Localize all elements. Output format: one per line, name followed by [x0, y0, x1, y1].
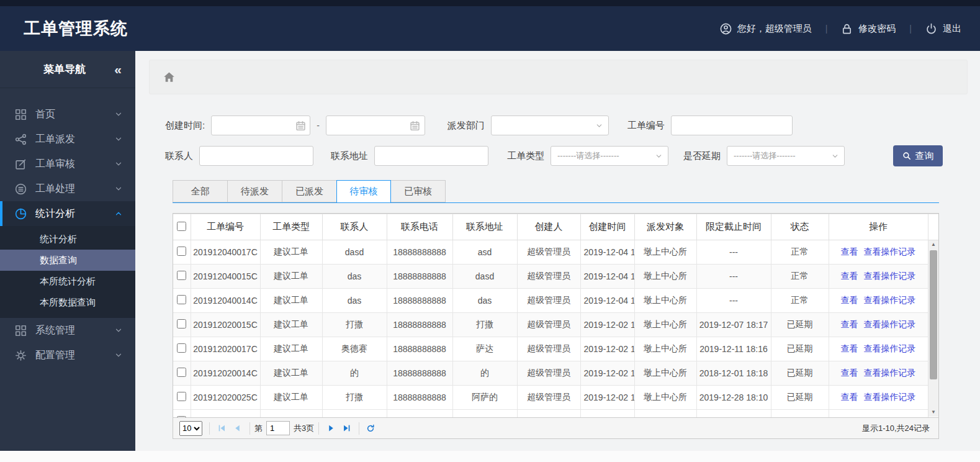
chevron-down-icon [831, 152, 839, 160]
share-icon [15, 134, 27, 145]
user-icon [720, 23, 732, 35]
view-log-link[interactable]: 查看操作记录 [864, 343, 916, 353]
row-checkbox[interactable] [177, 392, 186, 401]
select-all-checkbox[interactable] [177, 222, 186, 231]
cell-created_at: 2019-12-04 15 [580, 289, 634, 313]
scroll-up-arrow[interactable]: ▲ [928, 240, 938, 249]
greeting-text: 您好，超级管理员 [737, 23, 812, 35]
row-checkbox[interactable] [177, 271, 186, 280]
home-icon[interactable] [163, 71, 175, 83]
view-link[interactable]: 查看 [841, 368, 858, 378]
view-link[interactable]: 查看 [841, 247, 858, 256]
app-title: 工单管理系统 [24, 17, 128, 40]
create-time-start-input[interactable] [212, 116, 291, 135]
create-time-end-input[interactable] [326, 116, 406, 135]
delay-select[interactable]: -------请选择------- [727, 146, 845, 166]
column-header: 工单编号 [191, 214, 260, 240]
sidebar-item-6[interactable]: 配置管理 [0, 343, 135, 368]
column-header: 限定截止时间 [696, 214, 771, 240]
row-checkbox[interactable] [177, 295, 186, 304]
page-size-select[interactable]: 10 [179, 421, 202, 436]
cell-order_no: 201912020015C [191, 313, 260, 337]
pager-divider [318, 422, 319, 435]
submenu-item[interactable]: 本所数据查询 [0, 292, 135, 313]
address-input[interactable] [374, 146, 488, 166]
cell-creator: 超级管理员 [517, 289, 580, 313]
view-link[interactable]: 查看 [841, 343, 858, 353]
tab-0[interactable]: 全部 [173, 180, 227, 202]
sidebar-item-label: 工单派发 [35, 133, 75, 146]
view-log-link[interactable]: 查看操作记录 [864, 368, 916, 378]
cell-dispatch_to: 墩上中心所 [634, 265, 696, 289]
sidebar-item-5[interactable]: 系统管理 [0, 318, 135, 343]
submenu-item[interactable]: 统计分析 [0, 229, 135, 250]
sidebar: 菜单导航 « 首页工单派发工单审核工单处理统计分析统计分析数据查询本所统计分析本… [0, 51, 135, 451]
cell-created_at: 2019-12-02 16 [580, 361, 634, 386]
create-time-start-field [211, 116, 310, 135]
prev-page-button[interactable] [232, 423, 243, 433]
sidebar-item-1[interactable]: 工单派发 [0, 127, 135, 152]
sidebar-item-4[interactable]: 统计分析 [0, 201, 135, 226]
view-link[interactable]: 查看 [841, 295, 858, 305]
row-actions: 查看查看操作记录 [829, 289, 928, 313]
column-header: 工单类型 [260, 214, 322, 240]
grid-icon [15, 325, 27, 337]
user-greeting[interactable]: 您好，超级管理员 [720, 23, 812, 35]
cell-deadline: 2019-12-07 18:17 [696, 313, 771, 337]
sidebar-item-0[interactable]: 首页 [0, 102, 135, 127]
view-log-link[interactable]: 查看操作记录 [864, 392, 916, 402]
order-type-select[interactable]: -------请选择------- [551, 146, 668, 166]
cell-contact: 的 [322, 361, 387, 386]
cell-dispatch_to: 墩上中心所 [634, 240, 696, 265]
view-log-link[interactable]: 查看操作记录 [864, 271, 916, 281]
search-button[interactable]: 查询 [893, 145, 943, 166]
cell-creator: 超级管理员 [517, 361, 580, 386]
page-number-input[interactable] [266, 421, 290, 435]
submenu-item[interactable]: 本所统计分析 [0, 271, 135, 292]
record-summary: 显示1-10,共24记录 [862, 423, 932, 434]
cell-contact: 打撒 [322, 386, 387, 410]
cell-dispatch_to: 墩上中心所 [634, 313, 696, 337]
tab-4[interactable]: 已审核 [391, 180, 446, 202]
tab-1[interactable]: 待派发 [227, 180, 282, 202]
submenu-item[interactable]: 数据查询 [0, 250, 135, 271]
row-checkbox[interactable] [177, 416, 186, 417]
refresh-icon[interactable] [365, 423, 375, 433]
table-scroll-area: 工单编号工单类型联系人联系电话联系地址创建人创建时间派发对象限定截止时间状态操作… [173, 214, 938, 417]
cell-phone: 18888888888 [387, 337, 452, 361]
contact-input[interactable] [199, 146, 313, 166]
row-checkbox[interactable] [177, 319, 186, 328]
view-log-link[interactable]: 查看操作记录 [864, 319, 916, 329]
tab-3[interactable]: 待审核 [336, 180, 391, 203]
sidebar-collapse-icon[interactable]: « [114, 63, 122, 76]
tab-2[interactable]: 已派发 [282, 180, 336, 202]
calendar-icon[interactable] [406, 116, 425, 135]
row-checkbox[interactable] [177, 247, 186, 256]
view-log-link[interactable]: 查看操作记录 [864, 295, 916, 305]
view-link[interactable]: 查看 [841, 319, 858, 329]
row-checkbox[interactable] [177, 343, 186, 353]
table-row: 201912020015C建议工单打撒18888888888打撒超级管理员201… [173, 313, 938, 337]
view-link[interactable]: 查看 [841, 392, 858, 402]
cell-creator: 超级管理员 [517, 265, 580, 289]
scroll-down-arrow[interactable]: ▼ [928, 408, 938, 417]
sidebar-item-3[interactable]: 工单处理 [0, 176, 135, 201]
order-no-input[interactable] [671, 116, 793, 135]
last-page-button[interactable] [341, 423, 352, 433]
view-link[interactable]: 查看 [841, 271, 858, 281]
cell-created_at: 2019-12-04 15 [580, 240, 634, 265]
cell-contact: dasd [322, 240, 387, 265]
scrollbar-thumb[interactable] [930, 250, 937, 379]
dispatch-dept-select[interactable] [491, 116, 609, 135]
cell-created_at: 2019-12-02 17 [580, 386, 634, 410]
next-page-button[interactable] [326, 423, 336, 433]
sidebar-item-2[interactable]: 工单审核 [0, 152, 135, 176]
row-checkbox[interactable] [177, 368, 186, 377]
calendar-icon[interactable] [291, 116, 310, 135]
view-log-link[interactable]: 查看操作记录 [864, 247, 916, 256]
row-checkbox-cell [173, 361, 191, 386]
change-password-button[interactable]: 修改密码 [841, 23, 896, 35]
row-checkbox-cell [173, 265, 191, 289]
first-page-button[interactable] [217, 423, 227, 433]
logout-button[interactable]: 退出 [925, 23, 961, 35]
